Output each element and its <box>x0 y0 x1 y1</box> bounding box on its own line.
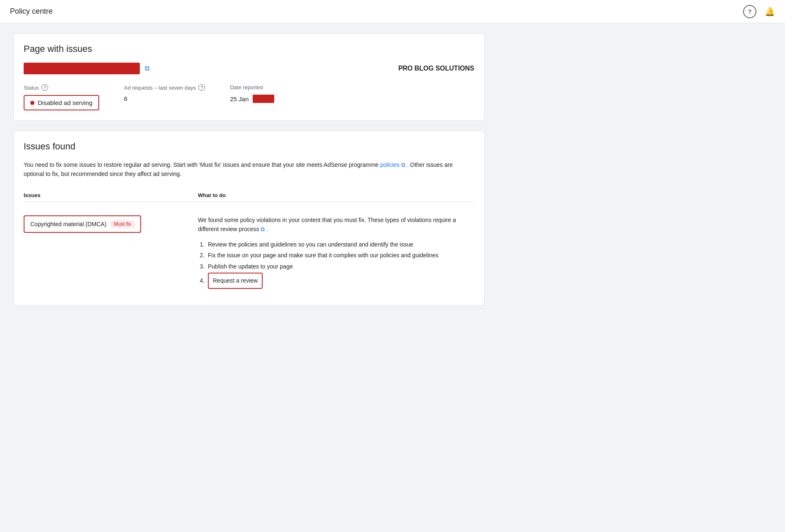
list-item: Fix the issue on your page and make sure… <box>206 250 474 261</box>
status-help-icon[interactable]: ? <box>41 84 48 91</box>
page-url-row: ⧉ PRO BLOG SOLUTIONS <box>24 63 474 74</box>
ad-requests-value: 6 <box>124 95 205 102</box>
must-fix-tag: Must fix <box>111 220 134 228</box>
date-reported-value: 25 Jan <box>230 95 249 102</box>
info-row: Status ? Disabled ad serving Ad requests… <box>24 84 474 110</box>
issues-table-header: Issues What to do <box>24 189 474 202</box>
what-description: We found some policy violations in your … <box>198 215 474 234</box>
date-reported-col: Date reported 25 Jan <box>230 84 274 103</box>
ad-requests-col: Ad requests – last seven days ? 6 <box>124 84 205 102</box>
ad-requests-label: Ad requests – last seven days ? <box>124 84 205 91</box>
url-bar-redacted <box>24 63 140 74</box>
external-link-icon[interactable]: ⧉ <box>145 65 149 72</box>
list-item: Review the policies and guidelines so yo… <box>206 239 474 250</box>
policies-link[interactable]: policies ⧉ <box>380 161 407 168</box>
status-badge: Disabled ad serving <box>24 95 99 110</box>
review-process-link[interactable]: ⧉ <box>261 226 266 232</box>
date-reported-label: Date reported <box>230 84 274 90</box>
policies-external-icon: ⧉ <box>401 161 405 168</box>
top-bar: Policy centre ? 🔔 <box>0 0 785 23</box>
request-review-highlight: Request a review <box>208 273 263 289</box>
issue-badge: Copyrighted material (DMCA) Must fix <box>24 215 141 233</box>
notification-bell-icon[interactable]: 🔔 <box>765 7 775 17</box>
page-title: Policy centre <box>10 7 53 16</box>
main-content: Page with issues ⧉ PRO BLOG SOLUTIONS St… <box>0 23 498 326</box>
status-col: Status ? Disabled ad serving <box>24 84 99 110</box>
date-row: 25 Jan <box>230 95 274 103</box>
col-what-header: What to do <box>198 192 474 198</box>
list-item: Request a review <box>206 272 474 289</box>
date-redacted-bar <box>253 95 274 103</box>
help-icon[interactable]: ? <box>743 5 756 18</box>
status-dot <box>30 101 34 105</box>
page-with-issues-card: Page with issues ⧉ PRO BLOG SOLUTIONS St… <box>13 33 485 121</box>
review-process-icon: ⧉ <box>261 226 265 232</box>
issues-found-card: Issues found You need to fix some issues… <box>13 131 485 306</box>
issues-description: You need to fix some issues to restore r… <box>24 160 474 179</box>
page-url-left: ⧉ <box>24 63 149 74</box>
list-item: Publish the updates to your page <box>206 261 474 272</box>
issues-cell: Copyrighted material (DMCA) Must fix <box>24 215 198 233</box>
col-issues-header: Issues <box>24 192 198 198</box>
issue-name: Copyrighted material (DMCA) <box>30 221 107 227</box>
steps-list: Review the policies and guidelines so yo… <box>198 239 474 289</box>
top-bar-icons: ? 🔔 <box>743 5 775 18</box>
ad-requests-help-icon[interactable]: ? <box>198 84 205 91</box>
page-with-issues-title: Page with issues <box>24 44 474 54</box>
issues-table-row: Copyrighted material (DMCA) Must fix We … <box>24 209 474 295</box>
issues-found-title: Issues found <box>24 141 474 152</box>
status-label: Status ? <box>24 84 99 91</box>
pro-blog-solutions-label: PRO BLOG SOLUTIONS <box>398 65 474 72</box>
what-to-do-cell: We found some policy violations in your … <box>198 215 474 289</box>
